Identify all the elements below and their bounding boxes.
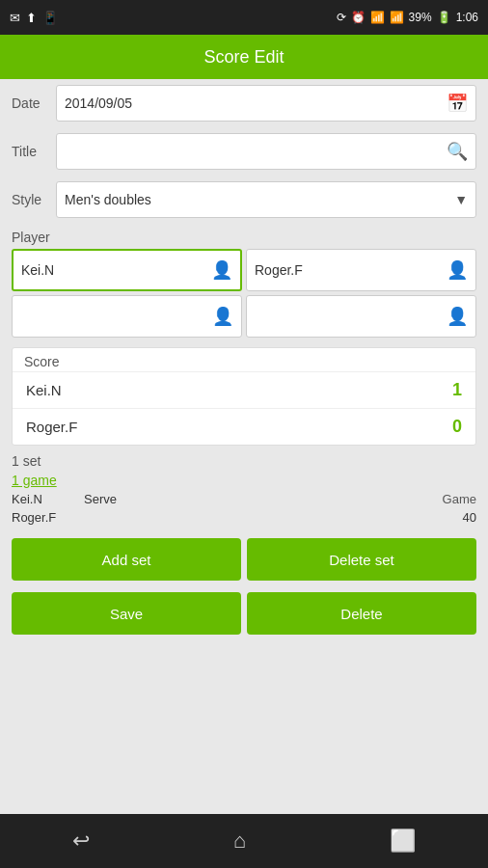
player-cell-4[interactable]: 👤: [246, 295, 476, 338]
wifi-icon: 📶: [370, 11, 385, 24]
style-label: Style: [12, 192, 56, 207]
person-icon-4: 👤: [447, 306, 468, 327]
set-label: 1 set: [12, 449, 476, 471]
game-player-2: Roger.F: [12, 510, 65, 525]
score-value-1: 1: [452, 380, 462, 400]
add-set-button[interactable]: Add set: [12, 538, 241, 581]
time-display: 1:06: [456, 11, 478, 24]
score-name-2: Roger.F: [26, 419, 77, 435]
game-score-2: 40: [463, 510, 476, 525]
delete-set-button[interactable]: Delete set: [247, 538, 476, 581]
style-dropdown[interactable]: Men's doubles ▼: [56, 181, 476, 218]
app-title: Score Edit: [203, 47, 284, 68]
button-row-2: Save Delete: [0, 584, 488, 638]
delete-button[interactable]: Delete: [247, 592, 476, 635]
status-right: ⟳ ⏰ 📶 📶 39% 🔋 1:06: [337, 11, 478, 24]
date-label: Date: [12, 95, 56, 111]
player-name-1: Kei.N: [21, 262, 54, 278]
score-name-1: Kei.N: [26, 382, 62, 398]
player-cell-3[interactable]: 👤: [12, 295, 242, 338]
game-row-left-2: Roger.F: [12, 510, 84, 525]
recent-apps-icon[interactable]: ⬜: [390, 828, 416, 854]
title-label: Title: [12, 144, 56, 159]
gmail-icon: ✉: [10, 11, 20, 25]
app-bar: Score Edit: [0, 35, 488, 79]
battery-percent: 39%: [409, 11, 432, 24]
score-value-2: 0: [452, 417, 462, 437]
home-icon[interactable]: ⌂: [233, 828, 246, 854]
rotate-icon: ⟳: [337, 11, 346, 24]
score-section-label: Score: [13, 348, 475, 371]
game-row-1: Kei.N Serve Game: [12, 490, 476, 508]
calendar-icon: 📅: [447, 93, 468, 114]
person-icon-1: 👤: [211, 259, 232, 281]
style-value: Men's doubles: [65, 192, 151, 207]
game-row-2: Roger.F 40: [12, 508, 476, 527]
date-value: 2014/09/05: [65, 95, 132, 111]
date-row: Date 2014/09/05 📅: [0, 79, 488, 127]
save-button[interactable]: Save: [12, 592, 241, 635]
score-section: Score Kei.N 1 Roger.F 0: [12, 347, 476, 446]
player-cell-1[interactable]: Kei.N 👤: [12, 249, 242, 291]
score-row-2: Roger.F 0: [13, 408, 475, 445]
back-icon[interactable]: ↩: [72, 828, 90, 854]
person-icon-3: 👤: [212, 306, 233, 327]
status-bar: ✉ ⬆ 📱 ⟳ ⏰ 📶 📶 39% 🔋 1:06: [0, 0, 488, 35]
battery-icon: 🔋: [437, 11, 451, 24]
bottom-nav: ↩ ⌂ ⬜: [0, 814, 488, 868]
player-grid: Kei.N 👤 Roger.F 👤 👤 👤: [0, 249, 488, 343]
game-player-1: Kei.N: [12, 492, 65, 506]
game-col-label: Game: [443, 492, 476, 506]
title-input[interactable]: 🔍: [56, 133, 476, 170]
score-row-1: Kei.N 1: [13, 371, 475, 408]
style-row: Style Men's doubles ▼: [0, 176, 488, 224]
player-name-2: Roger.F: [255, 262, 303, 278]
phone-icon: 📱: [42, 11, 58, 25]
game-label[interactable]: 1 game: [12, 471, 476, 490]
usb-icon: ⬆: [26, 11, 37, 25]
signal-icon: 📶: [390, 11, 404, 24]
game-row-left-1: Kei.N Serve: [12, 492, 117, 506]
person-icon-2: 👤: [447, 259, 468, 281]
status-left-icons: ✉ ⬆ 📱: [10, 11, 58, 25]
search-icon: 🔍: [447, 141, 468, 162]
player-cell-2[interactable]: Roger.F 👤: [246, 249, 476, 291]
content-area: Date 2014/09/05 📅 Title 🔍 Style Men's do…: [0, 79, 488, 638]
alarm-icon: ⏰: [351, 11, 366, 24]
title-row: Title 🔍: [0, 127, 488, 176]
button-row-1: Add set Delete set: [0, 530, 488, 584]
game-serve-1: Serve: [84, 492, 117, 506]
date-input[interactable]: 2014/09/05 📅: [56, 85, 476, 122]
player-section-label: Player: [0, 224, 488, 249]
sets-section: 1 set 1 game Kei.N Serve Game Roger.F 40: [12, 449, 476, 527]
chevron-down-icon: ▼: [454, 192, 468, 207]
